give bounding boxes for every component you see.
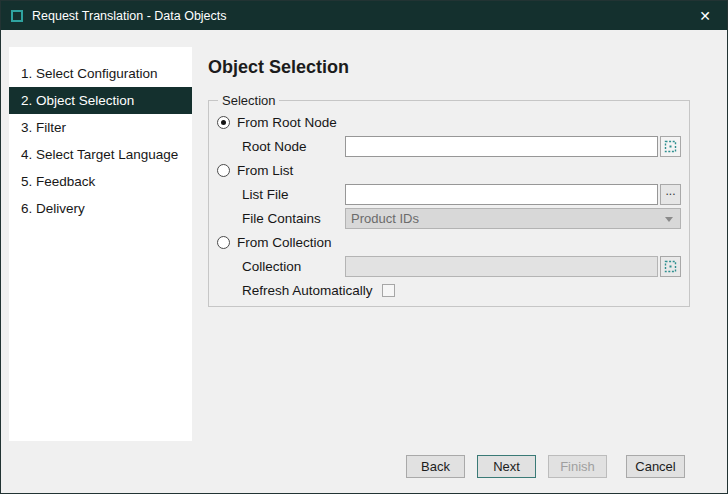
from-root-node-radio[interactable] xyxy=(217,116,230,129)
close-icon: ✕ xyxy=(699,8,711,24)
cancel-button[interactable]: Cancel xyxy=(626,455,685,478)
finish-button: Finish xyxy=(548,455,607,478)
from-collection-radio[interactable] xyxy=(217,236,230,249)
from-collection-label[interactable]: From Collection xyxy=(237,235,332,250)
selection-group-title: Selection xyxy=(218,93,279,108)
root-node-picker-button[interactable] xyxy=(660,136,681,157)
back-button[interactable]: Back xyxy=(406,455,465,478)
collection-picker-button[interactable] xyxy=(660,256,681,277)
grid-select-icon xyxy=(664,140,677,153)
next-button[interactable]: Next xyxy=(477,455,536,478)
sidebar-item-select-configuration[interactable]: 1. Select Configuration xyxy=(9,60,192,87)
list-file-browse-button[interactable]: ... xyxy=(660,184,681,205)
file-contains-dropdown[interactable]: Product IDs xyxy=(345,208,681,229)
root-node-label: Root Node xyxy=(242,139,345,154)
from-list-radio[interactable] xyxy=(217,164,230,177)
wizard-steps-sidebar: 1. Select Configuration 2. Object Select… xyxy=(9,47,192,441)
app-icon xyxy=(11,10,23,22)
file-contains-label: File Contains xyxy=(242,211,345,226)
refresh-automatically-label: Refresh Automatically xyxy=(242,283,373,298)
root-node-input[interactable] xyxy=(345,136,658,157)
sidebar-item-select-target-language[interactable]: 4. Select Target Language xyxy=(9,141,192,168)
file-contains-value: Product IDs xyxy=(351,211,419,226)
dialog-request-translation: Request Translation - Data Objects ✕ 1. … xyxy=(0,0,728,494)
from-root-node-label[interactable]: From Root Node xyxy=(237,115,337,130)
chevron-down-icon xyxy=(665,217,673,222)
sidebar-item-object-selection[interactable]: 2. Object Selection xyxy=(9,87,192,114)
grid-select-icon xyxy=(664,260,677,273)
page-title: Object Selection xyxy=(208,57,349,78)
collection-label: Collection xyxy=(242,259,345,274)
sidebar-item-filter[interactable]: 3. Filter xyxy=(9,114,192,141)
from-list-label[interactable]: From List xyxy=(237,163,293,178)
titlebar: Request Translation - Data Objects ✕ xyxy=(1,1,727,30)
list-file-label: List File xyxy=(242,187,345,202)
list-file-input[interactable] xyxy=(345,184,658,205)
window-title: Request Translation - Data Objects xyxy=(32,9,227,23)
selection-groupbox: Selection From Root Node Root Node From … xyxy=(208,93,690,307)
sidebar-item-feedback[interactable]: 5. Feedback xyxy=(9,168,192,195)
sidebar-item-delivery[interactable]: 6. Delivery xyxy=(9,195,192,222)
close-button[interactable]: ✕ xyxy=(683,1,727,30)
collection-input[interactable] xyxy=(345,256,658,277)
refresh-automatically-checkbox[interactable] xyxy=(382,284,395,297)
dialog-footer: Back Next Finish Cancel xyxy=(406,455,685,478)
